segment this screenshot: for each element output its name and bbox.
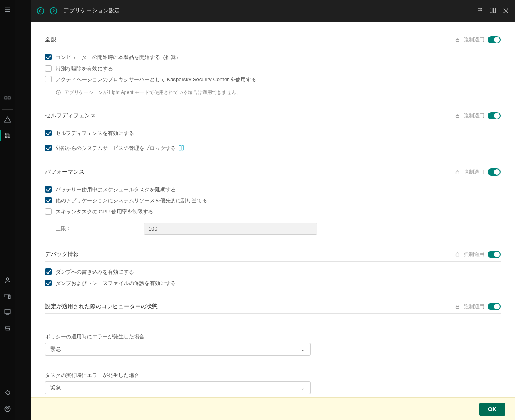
select-label-policy-error: ポリシーの適用時にエラーが発生した場合 bbox=[45, 333, 501, 340]
label-selfdefense-enable: セルフディフェンスを有効にする bbox=[56, 129, 134, 137]
label-protect-dump: ダンプおよびトレースファイルの保護を有効にする bbox=[56, 279, 176, 287]
section-computer-state: 設定が適用された際のコンピューターの状態 強制適用 ポリシーの適用時にエラーが発… bbox=[45, 303, 501, 394]
settings-panel: アプリケーション設定 全般 強制適用 bbox=[31, 0, 515, 420]
select-task-error[interactable]: 緊急 ⌄ bbox=[45, 381, 311, 394]
select-policy-error[interactable]: 緊急 ⌄ bbox=[45, 343, 311, 356]
checkbox-block-external[interactable] bbox=[45, 145, 52, 151]
lock-icon bbox=[455, 304, 460, 309]
close-icon[interactable] bbox=[502, 7, 509, 14]
checkbox-postpone-battery[interactable] bbox=[45, 186, 52, 193]
svg-point-9 bbox=[6, 278, 9, 280]
rail-market-icon[interactable] bbox=[0, 320, 15, 336]
section-selfdefense: セルフディフェンス 強制適用 セルフディフェンスを有効にする bbox=[45, 112, 501, 152]
toggle-computer-state[interactable] bbox=[488, 303, 501, 310]
rail-warning-icon[interactable] bbox=[0, 111, 15, 127]
section-performance: パフォーマンス 強制適用 バッテリー使用中はスケジュールタスクを延期する 他の bbox=[45, 168, 501, 235]
select-policy-error-value: 緊急 bbox=[50, 346, 62, 353]
svg-rect-12 bbox=[5, 310, 10, 313]
toggle-selfdefense[interactable] bbox=[488, 112, 501, 119]
rail-account-icon[interactable] bbox=[0, 401, 15, 417]
lock-icon bbox=[455, 169, 460, 175]
svg-rect-3 bbox=[5, 97, 7, 99]
svg-rect-7 bbox=[8, 133, 10, 135]
enforce-label: 強制適用 bbox=[464, 36, 484, 43]
section-title-general: 全般 bbox=[45, 36, 56, 43]
svg-rect-8 bbox=[8, 136, 10, 138]
panel-content: 全般 強制適用 コンピューターの開始時に本製品を開始する（推奨） 特別な駆除を bbox=[31, 22, 515, 397]
checkbox-advanced-disinfect[interactable] bbox=[45, 65, 52, 72]
label-ksc-proxy: アクティベーションのプロキシサーバーとして Kaspersky Security… bbox=[56, 76, 256, 84]
label-postpone-battery: バッテリー使用中はスケジュールタスクを延期する bbox=[56, 186, 176, 194]
section-debug: デバッグ情報 強制適用 ダンプへの書き込みを有効にする ダンプおよびトレースフ bbox=[45, 251, 501, 287]
enforce-label: 強制適用 bbox=[464, 112, 484, 119]
svg-point-16 bbox=[37, 8, 44, 14]
rail-monitor-icon[interactable] bbox=[0, 304, 15, 320]
svg-rect-4 bbox=[8, 97, 10, 99]
label-limit-cpu: スキャンタスクの CPU 使用率を制限する bbox=[56, 208, 153, 216]
rail-dashboard-icon[interactable] bbox=[0, 92, 15, 108]
help-book-icon[interactable] bbox=[178, 145, 185, 152]
toggle-performance[interactable] bbox=[488, 168, 501, 176]
info-light-agent: アプリケーションが Light Agent モードで使用されている場合は適用でき… bbox=[56, 89, 501, 96]
label-advanced-disinfect: 特別な駆除を有効にする bbox=[56, 65, 113, 73]
label-write-dump: ダンプへの書き込みを有効にする bbox=[56, 268, 134, 276]
info-icon bbox=[56, 90, 61, 95]
help-book-icon[interactable] bbox=[489, 7, 496, 14]
label-concede-resources: 他のアプリケーションにシステムリソースを優先的に割り当てる bbox=[56, 197, 207, 205]
ok-button[interactable]: OK bbox=[479, 403, 505, 416]
rail-devices-icon[interactable] bbox=[0, 288, 15, 304]
checkbox-concede-resources[interactable] bbox=[45, 197, 52, 203]
section-title-selfdefense: セルフディフェンス bbox=[45, 112, 96, 119]
panel-header: アプリケーション設定 bbox=[31, 0, 515, 22]
breadcrumb-section-icon bbox=[49, 6, 58, 15]
svg-rect-20 bbox=[456, 39, 459, 41]
input-cpu-limit[interactable] bbox=[144, 223, 317, 235]
enforce-debug: 強制適用 bbox=[455, 251, 501, 258]
checkbox-start-on-boot[interactable] bbox=[45, 54, 52, 60]
svg-point-17 bbox=[50, 8, 57, 14]
svg-rect-24 bbox=[456, 115, 459, 117]
label-block-external: 外部からのシステムサービスの管理をブロックする bbox=[56, 144, 176, 152]
svg-rect-5 bbox=[5, 133, 7, 135]
breadcrumb-back-icon[interactable] bbox=[36, 6, 45, 15]
checkbox-ksc-proxy[interactable] bbox=[45, 76, 52, 82]
rail-user-icon[interactable] bbox=[0, 272, 15, 288]
section-general: 全般 強制適用 コンピューターの開始時に本製品を開始する（推奨） 特別な駆除を bbox=[45, 36, 501, 96]
enforce-label: 強制適用 bbox=[464, 251, 484, 258]
menu-icon[interactable] bbox=[0, 2, 15, 18]
info-light-agent-text: アプリケーションが Light Agent モードで使用されている場合は適用でき… bbox=[64, 89, 241, 96]
svg-rect-6 bbox=[5, 136, 7, 138]
checkbox-protect-dump[interactable] bbox=[45, 280, 52, 286]
svg-rect-25 bbox=[456, 172, 459, 174]
section-title-performance: パフォーマンス bbox=[45, 168, 84, 176]
svg-rect-27 bbox=[456, 306, 459, 308]
left-rail bbox=[0, 0, 15, 420]
svg-rect-26 bbox=[456, 254, 459, 256]
rail-settings-icon[interactable] bbox=[0, 385, 15, 401]
label-start-on-boot: コンピューターの開始時に本製品を開始する（推奨） bbox=[56, 53, 181, 61]
enforce-label: 強制適用 bbox=[464, 303, 484, 310]
select-label-task-error: タスクの実行時にエラーが発生した場合 bbox=[45, 372, 501, 379]
checkbox-write-dump[interactable] bbox=[45, 268, 52, 275]
lock-icon bbox=[455, 113, 460, 119]
label-cpu-limit: 上限： bbox=[56, 225, 136, 232]
section-title-computer-state: 設定が適用された際のコンピューターの状態 bbox=[45, 303, 158, 310]
select-task-error-value: 緊急 bbox=[50, 384, 62, 391]
flag-icon[interactable] bbox=[476, 7, 484, 14]
enforce-general: 強制適用 bbox=[455, 36, 501, 43]
section-title-debug: デバッグ情報 bbox=[45, 251, 79, 258]
enforce-computer-state: 強制適用 bbox=[455, 303, 501, 310]
toggle-general[interactable] bbox=[488, 36, 501, 43]
enforce-performance: 強制適用 bbox=[455, 168, 501, 176]
toggle-debug[interactable] bbox=[488, 251, 501, 258]
modal-overlay: アプリケーション設定 全般 強制適用 bbox=[15, 0, 515, 420]
rail-active-item[interactable] bbox=[0, 127, 15, 143]
lock-icon bbox=[455, 37, 460, 43]
checkbox-selfdefense-enable[interactable] bbox=[45, 130, 52, 136]
chevron-down-icon: ⌄ bbox=[301, 385, 305, 391]
lock-icon bbox=[455, 252, 460, 257]
checkbox-limit-cpu[interactable] bbox=[45, 208, 52, 215]
panel-footer: OK bbox=[31, 397, 515, 420]
enforce-label: 強制適用 bbox=[464, 168, 484, 176]
chevron-down-icon: ⌄ bbox=[301, 346, 305, 352]
